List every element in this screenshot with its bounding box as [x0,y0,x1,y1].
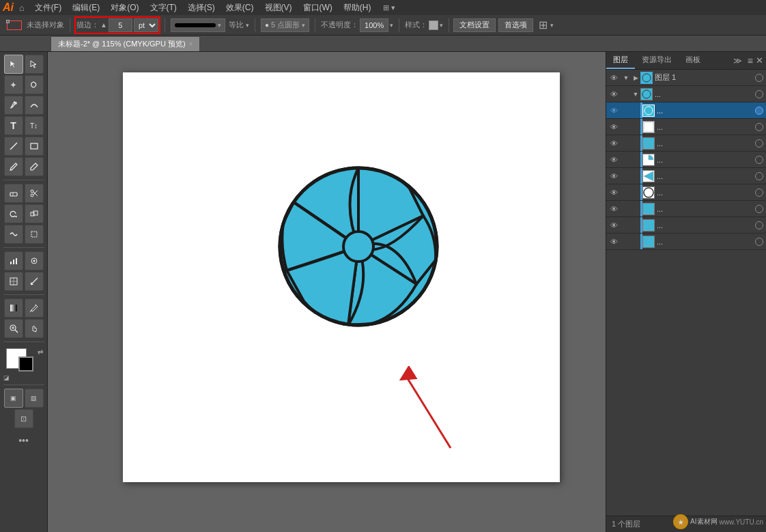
hand-tool[interactable] [25,319,44,338]
screen-mode-btn[interactable]: ⊡ [14,409,33,428]
layer-1-visibility[interactable]: 👁 [606,74,621,82]
menu-text[interactable]: 文字(T) [145,1,182,15]
layer-8-visibility[interactable]: 👁 [606,188,621,197]
home-icon[interactable]: ⌂ [19,3,25,13]
menu-help[interactable]: 帮助(H) [339,1,376,15]
menu-effect[interactable]: 效果(C) [221,1,259,15]
normal-draw-mode[interactable]: ▣ [4,389,23,408]
gradient-tool[interactable] [4,298,23,318]
layer-5-lock[interactable] [755,139,763,148]
tab-layers[interactable]: 图层 [606,52,635,69]
layer-6-lock[interactable] [755,156,763,164]
stroke-up-arrow[interactable]: ▲ [100,21,107,29]
menu-view[interactable]: 视图(V) [260,1,297,15]
more-tools-icon[interactable]: ••• [18,435,29,446]
layer-1-expand[interactable]: ▼ [621,74,631,81]
layer-9-lock[interactable] [755,205,763,213]
eyedropper-tool[interactable] [25,298,44,318]
symbol-sprayer-tool[interactable] [25,251,44,270]
brush-dropdown-arrow[interactable]: ▾ [302,22,305,29]
layer-7-lock[interactable] [755,172,763,180]
draw-inside-mode[interactable]: ▧ [25,389,44,408]
layer-10-lock[interactable] [755,221,763,229]
layer-row-4[interactable]: 👁 ... [606,119,766,135]
layer-group-lock[interactable] [755,90,763,98]
paintbrush-tool[interactable] [4,157,23,176]
stroke-unit-select[interactable]: pt [134,18,158,32]
menu-edit[interactable]: 编辑(E) [68,1,104,15]
menu-select[interactable]: 选择(S) [183,1,220,15]
selection-tool[interactable] [4,55,23,74]
layer-row-selected[interactable]: 👁 ... [606,102,766,119]
artboard-tool[interactable] [4,272,23,291]
layer-row-7[interactable]: 👁 ... [606,168,766,184]
style-swatch[interactable] [429,20,438,30]
swap-colors-icon[interactable]: ⇄ [38,348,43,356]
layer-row-5[interactable]: 👁 ... [606,135,766,152]
type-tool[interactable]: T [4,116,23,135]
graph-tool[interactable] [4,251,23,270]
line-tool[interactable] [4,137,23,156]
layer-row-11[interactable]: 👁 ... [606,234,766,250]
layer-7-visibility[interactable]: 👁 [606,172,621,180]
opacity-input[interactable] [360,18,388,32]
layer-group-visibility[interactable]: 👁 [606,90,621,98]
document-tab[interactable]: 未标题-2* @ 115% (CMYK/GPU 预览) × [51,36,200,51]
scissors-tool[interactable] [25,184,44,203]
line-dropdown-arrow[interactable]: ▾ [246,22,249,29]
opacity-dropdown[interactable]: ▾ [390,22,393,29]
layer-9-visibility[interactable]: 👁 [606,205,621,213]
touch-type-tool[interactable]: T↕ [25,116,44,135]
rotate-tool[interactable] [4,204,23,223]
layer-group-expand[interactable]: ▼ [631,91,640,98]
tab-artboards[interactable]: 画板 [679,52,707,69]
arrange-panels-icon[interactable]: ⊞ [539,18,548,31]
layer-row-10[interactable]: 👁 ... [606,217,766,234]
workspace-switcher[interactable]: ⊞ ▾ [383,3,395,12]
arrange-panels-dropdown[interactable]: ▾ [550,22,554,29]
panel-collapse-btn[interactable]: ≫ [733,56,742,66]
layer-6-visibility[interactable]: 👁 [606,156,621,164]
layer-10-visibility[interactable]: 👁 [606,221,621,229]
warp-tool[interactable] [4,225,23,244]
layer-sel-visibility[interactable]: 👁 [606,107,621,115]
tab-asset-export[interactable]: 资源导出 [635,52,679,69]
magic-wand-tool[interactable]: ✦ [4,75,23,94]
pen-tool[interactable] [4,96,23,115]
rectangle-tool[interactable] [25,137,44,156]
default-colors-icon[interactable]: ◪ [3,374,10,381]
layer-5-visibility[interactable]: 👁 [606,139,621,148]
free-transform-tool[interactable] [25,225,44,244]
layer-4-lock[interactable] [755,123,763,131]
curvature-tool[interactable] [25,96,44,115]
layer-row-1[interactable]: 👁 ▼ ▶ 图层 1 [606,70,766,86]
doc-settings-btn[interactable]: 文档设置 [453,18,496,32]
zoom-tool[interactable] [4,319,23,338]
layer-1-lock[interactable] [755,74,763,82]
layer-row-8[interactable]: 👁 ... [606,184,766,201]
layer-4-visibility[interactable]: 👁 [606,123,621,131]
menu-window[interactable]: 窗口(W) [298,1,337,15]
layer-1-expand2[interactable]: ▶ [631,74,640,81]
stroke-preview[interactable]: ▾ [171,18,225,32]
beach-ball[interactable] [273,161,444,334]
pencil-tool[interactable] [25,157,44,176]
scale-tool[interactable] [25,204,44,223]
menu-object[interactable]: 对象(O) [106,1,143,15]
panel-close-btn[interactable]: ✕ [756,55,763,66]
slice-tool[interactable] [25,272,44,291]
stroke-value-input[interactable] [109,18,132,32]
preferences-btn[interactable]: 首选项 [498,18,533,32]
canvas-area[interactable] [48,52,606,532]
layer-sel-lock[interactable] [755,107,763,115]
eraser-tool[interactable] [4,184,23,203]
layer-11-lock[interactable] [755,238,763,246]
layer-8-lock[interactable] [755,188,763,197]
brush-preview[interactable]: ● 5 点圆形 ▾ [261,18,309,32]
layer-row-6[interactable]: 👁 ... [606,152,766,168]
tab-close-btn[interactable]: × [189,40,193,48]
menu-file[interactable]: 文件(F) [30,1,66,15]
panel-menu-btn[interactable]: ≡ [748,55,753,66]
style-dropdown[interactable]: ▾ [440,22,443,29]
stroke-swatch[interactable] [18,356,33,372]
